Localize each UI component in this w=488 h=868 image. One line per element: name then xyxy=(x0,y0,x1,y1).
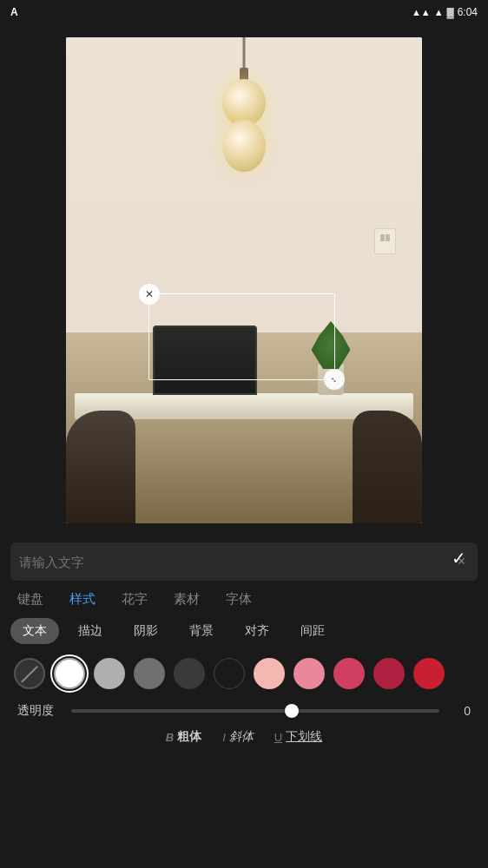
tab-material[interactable]: 素材 xyxy=(174,591,200,608)
color-swatch-black[interactable] xyxy=(214,658,245,689)
nav-tabs: 键盘 样式 花字 素材 字体 xyxy=(0,581,488,615)
color-swatch-pink[interactable] xyxy=(293,658,325,689)
color-swatch-red[interactable] xyxy=(333,658,365,689)
italic-label: 斜体 xyxy=(229,729,254,745)
tab-fancy[interactable]: 花字 xyxy=(122,591,148,608)
bold-label: 粗体 xyxy=(177,729,201,745)
text-input-row: × xyxy=(10,542,478,581)
wall-outlet xyxy=(374,228,396,254)
underline-button[interactable]: U 下划线 xyxy=(274,729,322,745)
color-swatch-white[interactable] xyxy=(54,658,85,689)
bold-button[interactable]: B 粗体 xyxy=(166,729,201,745)
style-tabs: 文本 描边 阴影 背景 对齐 间距 xyxy=(0,615,488,648)
app-icon: A xyxy=(10,6,18,18)
color-swatch-gray[interactable] xyxy=(134,658,165,689)
color-palette xyxy=(0,648,488,700)
color-swatch-darkgray[interactable] xyxy=(174,658,205,689)
underline-label: 下划线 xyxy=(286,729,322,745)
style-tab-spacing[interactable]: 间距 xyxy=(288,618,337,644)
tab-style[interactable]: 样式 xyxy=(69,591,96,608)
color-swatch-none[interactable] xyxy=(14,658,45,689)
opacity-label: 透明度 xyxy=(17,703,61,719)
chair-left xyxy=(66,411,135,523)
selection-close-button[interactable]: ✕ xyxy=(139,284,160,305)
color-swatch-darkred[interactable] xyxy=(373,658,405,689)
italic-button[interactable]: I 斜体 xyxy=(222,729,254,745)
bottom-panel: × 键盘 样式 花字 素材 字体 文本 描边 阴影 背景 对齐 间距 透明度 xyxy=(0,534,488,868)
wifi-icon: ▲ xyxy=(434,7,444,17)
color-swatch-lightgray[interactable] xyxy=(94,658,125,689)
color-swatch-pinklight[interactable] xyxy=(254,658,285,689)
opacity-row: 透明度 0 xyxy=(0,700,488,722)
text-selection-box[interactable]: ✕ ↔ xyxy=(148,293,335,380)
style-tab-stroke[interactable]: 描边 xyxy=(66,618,115,644)
chair-right xyxy=(353,411,422,523)
opacity-value: 0 xyxy=(450,704,471,718)
battery-icon: ▓ xyxy=(447,7,454,17)
style-tab-shadow[interactable]: 阴影 xyxy=(122,618,170,644)
status-bar: A ▲▲ ▲ ▓ 6:04 xyxy=(0,0,488,24)
status-bar-right: ▲▲ ▲ ▓ 6:04 xyxy=(412,6,478,18)
lamp-globe-bottom xyxy=(222,120,266,172)
photo-container: ✕ ↔ xyxy=(0,24,488,536)
lamp-cord xyxy=(243,37,246,72)
style-tab-text[interactable]: 文本 xyxy=(10,618,59,644)
time-display: 6:04 xyxy=(458,6,478,18)
signal-icon: ▲▲ xyxy=(412,7,431,17)
tab-font[interactable]: 字体 xyxy=(226,591,252,608)
style-tab-align[interactable]: 对齐 xyxy=(233,618,281,644)
confirm-button[interactable]: ✓ xyxy=(443,542,474,574)
style-tab-background[interactable]: 背景 xyxy=(177,618,226,644)
opacity-slider[interactable] xyxy=(71,709,439,713)
check-icon: ✓ xyxy=(452,548,466,569)
format-row: B 粗体 I 斜体 U 下划线 xyxy=(0,722,488,752)
text-input[interactable] xyxy=(19,555,454,569)
opacity-slider-thumb[interactable] xyxy=(285,704,299,718)
tab-keyboard[interactable]: 键盘 xyxy=(17,591,43,608)
photo-canvas[interactable]: ✕ ↔ xyxy=(66,37,422,523)
color-swatch-crimson[interactable] xyxy=(413,658,445,689)
